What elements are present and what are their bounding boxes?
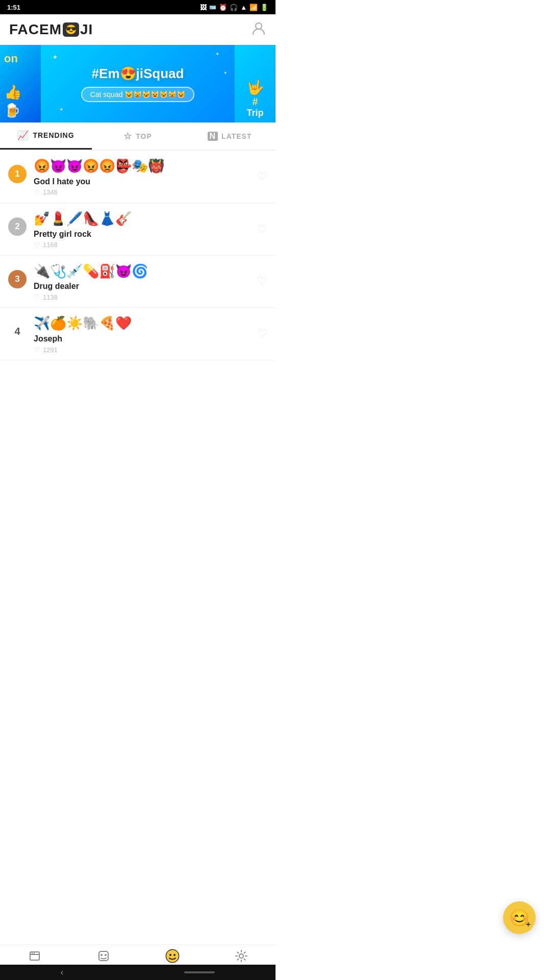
star-icon: ☆ <box>123 131 132 142</box>
banner-center-subtitle: Cat squad 🐱😸🐱😺🐱😸🐱 <box>81 87 195 102</box>
item-emojis-1: 😡😈😈😡😡👺🎭👹 <box>34 158 267 175</box>
photo-icon: 🖼 <box>200 4 207 11</box>
list-item: 3 🔌🩺💉💊⛽😈🌀 Drug dealer ♡ 1138 ♡ <box>0 256 276 308</box>
banner-right-text: # <box>252 96 258 108</box>
banner-left-snacks: 🍺 <box>4 103 37 118</box>
wifi-icon: ▲ <box>240 4 247 11</box>
status-bar: 1:51 🖼 🪪 ⏰ 🎧 ▲ 📶 🔋 <box>0 0 276 14</box>
star-decoration-4: ✦ <box>59 107 63 112</box>
likes-count-1: 1346 <box>43 188 58 196</box>
app-logo: FACEM 😎 JI <box>9 21 93 38</box>
logo-text-1: FACEM <box>9 21 62 38</box>
banner-subtitle-text: Cat squad 🐱😸🐱😺🐱😸🐱 <box>90 90 186 99</box>
alarm-icon: ⏰ <box>219 4 227 11</box>
tab-latest[interactable]: N LATEST <box>184 125 276 148</box>
logo-emoji-bg: 😎 <box>63 22 79 37</box>
list-items: 1 😡😈😈😡😡👺🎭👹 God I hate you ♡ 1346 ♡ 2 💅💄🖊… <box>0 151 276 360</box>
item-content-3: 🔌🩺💉💊⛽😈🌀 Drug dealer ♡ 1138 <box>34 263 267 302</box>
list-item: 2 💅💄🖊️👠👗🎸 Pretty girl rock ♡ 1168 ♡ <box>0 203 276 256</box>
like-button-1[interactable]: ♡ <box>257 170 267 183</box>
rank-badge-4: 4 <box>8 322 27 340</box>
item-likes-1: ♡ 1346 <box>34 188 267 197</box>
like-button-2[interactable]: ♡ <box>257 223 267 236</box>
tab-trending-label: TRENDING <box>33 131 74 139</box>
list-item: 4 ✈️🍊☀️🐘🍕❤️ Joseph ♡ 1291 ♡ <box>0 308 276 360</box>
item-emojis-2: 💅💄🖊️👠👗🎸 <box>34 210 267 228</box>
heart-icon-3: ♡ <box>34 293 40 301</box>
trending-icon: 📈 <box>17 130 29 141</box>
star-decoration-2: ✦ <box>215 51 219 57</box>
heart-icon-2: ♡ <box>34 241 40 249</box>
rank-badge-1: 1 <box>8 165 27 183</box>
banner-left[interactable]: on 👍 🍺 <box>0 45 41 122</box>
banner-left-emoji: 👍 <box>4 84 37 101</box>
tab-latest-label: LATEST <box>221 132 252 140</box>
star-decoration-1: ✦ <box>52 53 58 61</box>
profile-icon[interactable] <box>251 20 266 39</box>
banner-right[interactable]: 🤟 # Trip <box>235 45 276 122</box>
status-time: 1:51 <box>7 4 20 11</box>
banner-carousel[interactable]: on 👍 🍺 ✦ ✦ ✦ ✦ #Em😍jiSquad Cat squad 🐱😸🐱… <box>0 45 276 122</box>
item-content-2: 💅💄🖊️👠👗🎸 Pretty girl rock ♡ 1168 <box>34 210 267 249</box>
tab-top[interactable]: ☆ TOP <box>92 124 184 149</box>
likes-count-4: 1291 <box>43 346 58 354</box>
item-likes-4: ♡ 1291 <box>34 346 267 354</box>
item-title-2: Pretty girl rock <box>34 230 267 239</box>
status-icons: 🖼 🪪 ⏰ 🎧 ▲ 📶 🔋 <box>200 4 268 11</box>
banner-emoji-center: 😍 <box>120 66 136 81</box>
signal-icon: 📶 <box>249 4 258 11</box>
banner-center-title: #Em😍jiSquad <box>92 66 184 82</box>
item-title-1: God I hate you <box>34 177 267 186</box>
item-content-1: 😡😈😈😡😡👺🎭👹 God I hate you ♡ 1346 <box>34 158 267 197</box>
id-icon: 🪪 <box>209 4 216 11</box>
heart-icon-4: ♡ <box>34 346 40 354</box>
headphone-icon: 🎧 <box>230 4 238 11</box>
item-emojis-4: ✈️🍊☀️🐘🍕❤️ <box>34 315 267 332</box>
logo-text-2: JI <box>80 21 93 38</box>
list-item: 1 😡😈😈😡😡👺🎭👹 God I hate you ♡ 1346 ♡ <box>0 151 276 203</box>
item-emojis-3: 🔌🩺💉💊⛽😈🌀 <box>34 263 267 280</box>
item-likes-2: ♡ 1168 <box>34 241 267 249</box>
item-content-4: ✈️🍊☀️🐘🍕❤️ Joseph ♡ 1291 <box>34 315 267 354</box>
item-title-3: Drug dealer <box>34 282 267 291</box>
battery-icon: 🔋 <box>260 4 268 11</box>
sort-tabs: 📈 TRENDING ☆ TOP N LATEST <box>0 122 276 151</box>
banner-left-text: on <box>4 52 18 65</box>
tab-trending[interactable]: 📈 TRENDING <box>0 122 92 150</box>
star-decoration-3: ✦ <box>223 70 228 76</box>
rank-badge-2: 2 <box>8 217 27 236</box>
like-button-3[interactable]: ♡ <box>257 275 267 288</box>
likes-count-2: 1168 <box>43 241 58 249</box>
svg-point-0 <box>256 23 262 29</box>
tab-top-label: TOP <box>136 132 152 140</box>
banner-right-label: Trip <box>246 108 263 118</box>
rank-badge-3: 3 <box>8 270 27 288</box>
item-title-4: Joseph <box>34 334 267 344</box>
banner-center[interactable]: ✦ ✦ ✦ ✦ #Em😍jiSquad Cat squad 🐱😸🐱😺🐱😸🐱 <box>41 45 235 122</box>
banner-right-emoji: 🤟 <box>246 79 264 96</box>
app-header: FACEM 😎 JI <box>0 14 276 45</box>
heart-icon-1: ♡ <box>34 188 40 197</box>
like-button-4[interactable]: ♡ <box>257 327 267 340</box>
logo-emoji: 😎 <box>65 24 77 35</box>
latest-icon: N <box>208 132 218 141</box>
likes-count-3: 1138 <box>43 293 58 301</box>
item-likes-3: ♡ 1138 <box>34 293 267 301</box>
